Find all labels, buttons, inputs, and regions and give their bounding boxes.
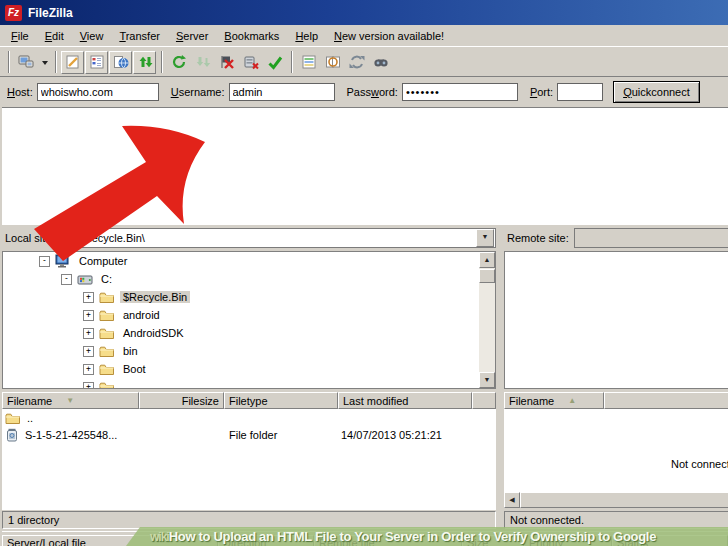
folder-icon: [99, 362, 115, 376]
refresh-button[interactable]: [167, 50, 191, 74]
directory-comparison-button[interactable]: [321, 50, 345, 74]
file-row-sid-folder[interactable]: S-1-5-21-425548... File folder 14/07/201…: [2, 426, 496, 443]
column-header-filename[interactable]: Filename▲: [504, 392, 604, 409]
toggle-message-log-button[interactable]: [61, 51, 84, 74]
message-log-icon: [65, 54, 81, 70]
title-bar[interactable]: Fz FileZilla: [0, 0, 728, 25]
menu-bookmarks[interactable]: Bookmarks: [216, 28, 287, 44]
column-label: Filename: [509, 395, 554, 407]
password-input[interactable]: [402, 83, 518, 101]
disconnect-button[interactable]: [239, 50, 263, 74]
host-input[interactable]: [37, 83, 159, 101]
column-header-filesize[interactable]: Filesize: [139, 392, 224, 409]
scroll-down-button[interactable]: ▼: [479, 372, 495, 388]
folder-icon: [99, 380, 115, 389]
process-queue-button[interactable]: [191, 50, 215, 74]
scroll-left-button[interactable]: ◀: [504, 492, 520, 508]
quickconnect-button[interactable]: Quickconnect: [613, 81, 700, 103]
cancel-operation-button[interactable]: [215, 50, 239, 74]
directory-filter-button[interactable]: [297, 50, 321, 74]
tree-item-label: AndroidSDK: [120, 327, 187, 339]
toggle-transfer-queue-button[interactable]: [133, 51, 156, 74]
binoculars-icon: [373, 54, 389, 70]
file-row-parent-dir[interactable]: ..: [2, 409, 496, 426]
expand-icon[interactable]: +: [83, 310, 94, 321]
collapse-icon[interactable]: -: [39, 256, 50, 267]
tree-item-boot[interactable]: + Boot: [3, 360, 495, 378]
menu-transfer[interactable]: Transfer: [111, 28, 168, 44]
find-files-button[interactable]: [369, 50, 393, 74]
local-path-combobox[interactable]: C:\$Recycle.Bin\ ▼: [60, 228, 496, 248]
cancel-flag-icon: [219, 54, 235, 70]
local-file-list[interactable]: .. S-1-5-21-425548... File folder 14/07/…: [2, 409, 496, 510]
local-tree-scrollbar[interactable]: ▲ ▼: [479, 252, 495, 388]
tree-item-partial[interactable]: +: [3, 378, 495, 389]
local-path-value: C:\$Recycle.Bin\: [61, 232, 476, 244]
site-manager-dropdown-button[interactable]: [38, 50, 51, 74]
menu-new-version[interactable]: New version available!: [326, 28, 452, 44]
local-status-bar: 1 directory: [2, 511, 496, 529]
synchronized-browsing-button[interactable]: [345, 50, 369, 74]
local-status-text: 1 directory: [8, 514, 59, 526]
password-label: Password:: [347, 86, 398, 98]
expand-icon[interactable]: +: [83, 382, 94, 390]
column-header-filler: [604, 392, 728, 409]
collapse-icon[interactable]: -: [61, 274, 72, 285]
tree-item-bin[interactable]: + bin: [3, 342, 495, 360]
expand-icon[interactable]: +: [83, 292, 94, 303]
expand-icon[interactable]: +: [83, 364, 94, 375]
message-log-pane[interactable]: [2, 107, 728, 225]
menu-server[interactable]: Server: [168, 28, 216, 44]
column-header-last-modified[interactable]: Last modified: [338, 392, 472, 409]
scrollbar-thumb[interactable]: [520, 492, 728, 508]
expand-icon[interactable]: +: [83, 328, 94, 339]
comparison-icon: [325, 54, 341, 70]
port-input[interactable]: [557, 83, 603, 101]
remote-file-list[interactable]: Not connected to any server: [504, 409, 728, 492]
filezilla-window: Fz FileZilla File Edit View Transfer Ser…: [0, 0, 728, 546]
window-title: FileZilla: [28, 6, 73, 20]
scrollbar-thumb[interactable]: [479, 269, 495, 283]
tree-item-androidsdk[interactable]: + AndroidSDK: [3, 324, 495, 342]
recycle-bin-icon: [5, 427, 19, 442]
column-header-filetype[interactable]: Filetype: [224, 392, 338, 409]
process-queue-icon: [195, 54, 211, 70]
folder-icon: [5, 411, 21, 425]
folder-icon: [99, 308, 115, 322]
local-list-header: Filename▼ Filesize Filetype Last modifie…: [2, 392, 496, 409]
tree-item-recycle-bin[interactable]: + $Recycle.Bin: [3, 288, 495, 306]
remote-list-header: Filename▲: [504, 392, 728, 409]
local-tree-pane[interactable]: - Computer - C: + $Recycle.Bin + android…: [2, 251, 496, 389]
remote-status-bar: Not connected.: [504, 511, 728, 529]
menu-edit[interactable]: Edit: [37, 28, 72, 44]
reconnect-button[interactable]: [263, 50, 287, 74]
toggle-local-tree-button[interactable]: [85, 51, 108, 74]
menu-help[interactable]: Help: [287, 28, 326, 44]
remote-path-combobox: [574, 228, 728, 248]
menu-file[interactable]: File: [3, 28, 37, 44]
local-site-bar: Local site: C:\$Recycle.Bin\ ▼: [2, 227, 496, 249]
scroll-up-button[interactable]: ▲: [479, 252, 495, 268]
tree-item-computer[interactable]: - Computer: [3, 252, 495, 270]
menu-view[interactable]: View: [72, 28, 112, 44]
username-input[interactable]: [229, 83, 335, 101]
tree-item-label: android: [120, 309, 163, 321]
site-manager-button[interactable]: [14, 50, 38, 74]
tree-item-c-drive[interactable]: - C:: [3, 270, 495, 288]
tree-item-label: C:: [98, 273, 115, 285]
toggle-remote-tree-button[interactable]: [109, 51, 132, 74]
column-label: Filename: [7, 395, 52, 407]
column-header-filename[interactable]: Filename▼: [2, 392, 139, 409]
tree-item-label: Computer: [76, 255, 130, 267]
remote-list-hscrollbar[interactable]: ◀: [504, 492, 728, 508]
remote-tree-pane[interactable]: [504, 251, 728, 389]
menu-bar: File Edit View Transfer Server Bookmarks…: [0, 25, 728, 46]
combo-dropdown-button[interactable]: ▼: [476, 229, 494, 247]
folder-icon: [99, 344, 115, 358]
site-manager-icon: [18, 54, 34, 70]
remote-site-bar: Remote site:: [504, 227, 728, 249]
tree-item-android[interactable]: + android: [3, 306, 495, 324]
expand-icon[interactable]: +: [83, 346, 94, 357]
column-header-filler: [472, 392, 496, 409]
toolbar-separator: [55, 51, 57, 73]
